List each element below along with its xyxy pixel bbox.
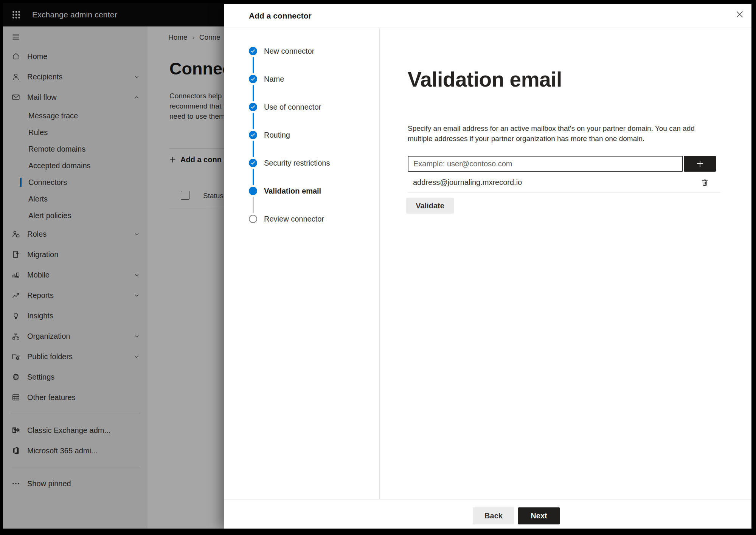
- add-connector-panel: Add a connector New connectorNameUse of …: [224, 4, 751, 529]
- wizard-step-security-restrictions: Security restrictions: [249, 158, 330, 168]
- validate-button[interactable]: Validate: [406, 198, 454, 214]
- wizard-step-use-of-connector: Use of connector: [249, 102, 321, 112]
- step-connector-line: [253, 57, 254, 73]
- step-connector-line: [253, 169, 254, 185]
- wizard-step-validation-email: Validation email: [249, 186, 321, 196]
- wizard-step-review-connector: Review connector: [249, 214, 324, 224]
- wizard-step-new-connector: New connector: [249, 46, 314, 56]
- divider: [224, 499, 751, 499]
- delete-email-trash-icon[interactable]: [700, 178, 709, 187]
- step-connector-line: [253, 141, 254, 157]
- wizard-step-routing: Routing: [249, 130, 290, 140]
- close-icon[interactable]: [735, 10, 744, 19]
- wizard-step-label: Use of connector: [264, 103, 321, 112]
- step-check-icon: [249, 131, 257, 139]
- wizard-step-label: Security restrictions: [264, 159, 330, 167]
- panel-title: Add a connector: [249, 4, 312, 28]
- next-button[interactable]: Next: [518, 507, 560, 524]
- step-heading: Validation email: [408, 66, 562, 93]
- step-check-icon: [249, 159, 257, 167]
- add-email-button[interactable]: [684, 156, 716, 172]
- plus-icon: [695, 159, 705, 169]
- step-description: Specify an email address for an active m…: [408, 123, 715, 144]
- step-check-icon: [249, 75, 257, 83]
- step-todo-circle-icon: [249, 215, 257, 223]
- step-connector-line: [253, 113, 254, 129]
- email-list-item: address@journaling.mxrecord.io: [408, 172, 720, 193]
- wizard-step-label: Routing: [264, 131, 290, 140]
- wizard-steps: New connectorNameUse of connectorRouting…: [224, 28, 380, 499]
- wizard-step-label: Review connector: [264, 215, 324, 223]
- step-connector-line: [253, 85, 254, 101]
- wizard-step-label: New connector: [264, 47, 314, 56]
- wizard-step-label: Validation email: [264, 187, 321, 195]
- email-address: address@journaling.mxrecord.io: [413, 178, 522, 187]
- email-input[interactable]: [408, 156, 683, 172]
- step-check-icon: [249, 47, 257, 55]
- email-input-row: [408, 156, 716, 172]
- app-window: Exchange admin center HomeRecipientsMail…: [3, 3, 751, 529]
- back-button[interactable]: Back: [473, 507, 514, 524]
- wizard-step-label: Name: [264, 75, 284, 84]
- wizard-step-name: Name: [249, 74, 284, 84]
- step-connector-line: [253, 197, 254, 213]
- step-current-dot-icon: [249, 187, 257, 195]
- panel-header: Add a connector: [224, 4, 751, 28]
- step-check-icon: [249, 103, 257, 111]
